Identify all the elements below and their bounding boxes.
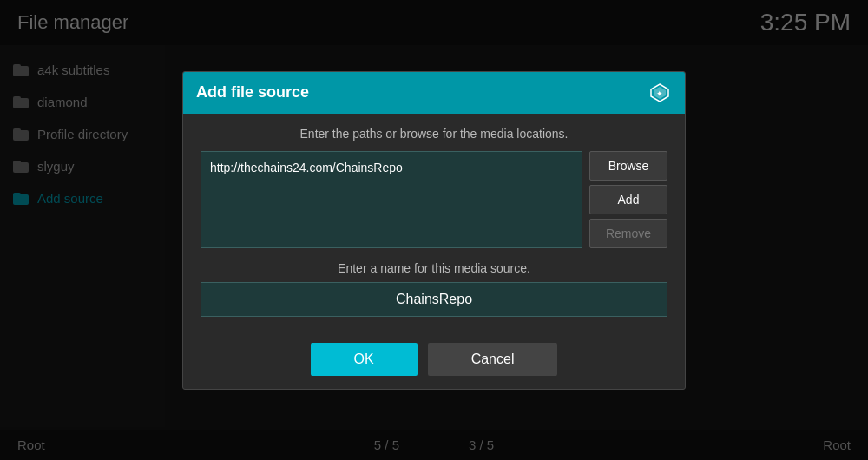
dialog-header: Add file source ✦ xyxy=(183,72,685,114)
dialog-body: Enter the paths or browse for the media … xyxy=(183,114,685,330)
path-instruction: Enter the paths or browse for the media … xyxy=(201,127,667,141)
action-buttons: Browse Add Remove xyxy=(589,151,667,248)
dialog-overlay: Add file source ✦ Enter the paths or bro… xyxy=(0,0,868,460)
path-value: http://thechains24.com/ChainsRepo xyxy=(210,161,403,174)
kodi-icon: ✦ xyxy=(648,81,672,105)
ok-button[interactable]: OK xyxy=(311,343,418,376)
path-input-area[interactable]: http://thechains24.com/ChainsRepo xyxy=(201,151,582,248)
dialog-title: Add file source xyxy=(196,83,309,102)
cancel-button[interactable]: Cancel xyxy=(428,343,558,376)
dialog-footer: OK Cancel xyxy=(183,330,685,389)
browse-button[interactable]: Browse xyxy=(589,151,667,181)
name-instruction: Enter a name for this media source. xyxy=(201,261,667,275)
svg-text:✦: ✦ xyxy=(656,89,663,98)
source-name-input[interactable] xyxy=(201,282,667,317)
add-button[interactable]: Add xyxy=(589,185,667,214)
remove-button[interactable]: Remove xyxy=(589,219,667,248)
add-file-source-dialog: Add file source ✦ Enter the paths or bro… xyxy=(182,71,686,390)
path-row: http://thechains24.com/ChainsRepo Browse… xyxy=(201,151,667,248)
